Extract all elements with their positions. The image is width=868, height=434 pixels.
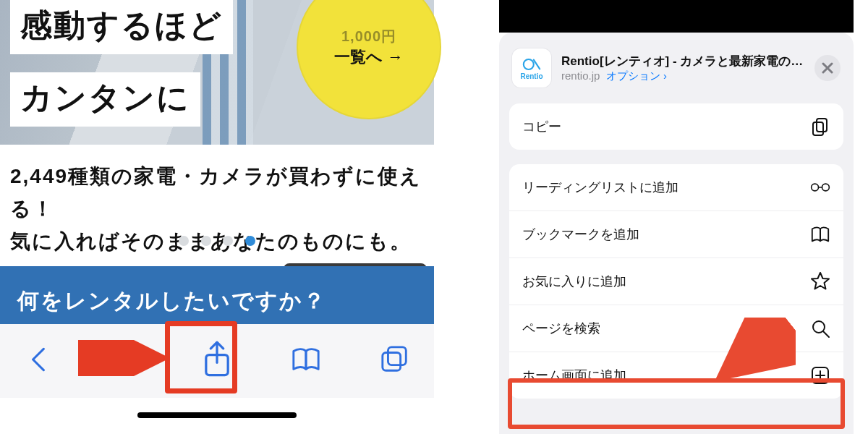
share-sheet-header: Rentio Rentio[レンティオ] - カメラと最新家電の… rentio… [499, 33, 854, 103]
search-icon [810, 318, 830, 339]
carousel-dot-active[interactable] [245, 236, 255, 246]
carousel-dot[interactable] [179, 236, 189, 246]
star-icon [810, 271, 830, 292]
close-icon [822, 62, 833, 74]
subheadline-line-1: 2,449種類の家電・カメラが買わずに使える！ [10, 161, 434, 226]
home-indicator[interactable] [137, 412, 297, 418]
svg-rect-2 [388, 347, 406, 365]
headline-line-2: カンタンに [10, 72, 200, 127]
share-domain: rentio.jp [561, 69, 600, 82]
svg-point-8 [812, 184, 819, 191]
close-button[interactable] [814, 55, 841, 81]
action-add-bookmark[interactable]: ブックマークを追加 [509, 210, 843, 258]
share-options-link[interactable]: オプション › [606, 69, 667, 82]
status-bar-stub [499, 0, 854, 33]
site-favicon: Rentio [512, 48, 551, 88]
svg-rect-7 [813, 122, 823, 135]
share-icon [198, 341, 236, 378]
safari-toolbar [0, 324, 434, 398]
search-prompt-text: 何をレンタルしたいですか？ [17, 289, 326, 312]
svg-marker-10 [812, 273, 829, 289]
share-button[interactable] [191, 341, 243, 381]
back-button[interactable] [13, 344, 65, 378]
bookmarks-button[interactable] [280, 344, 332, 378]
action-label: ページを検索 [522, 320, 600, 337]
svg-rect-3 [383, 352, 401, 370]
forward-button [102, 344, 154, 378]
action-label: ホーム画面に追加 [522, 367, 626, 384]
chevron-right-icon [113, 344, 143, 375]
action-label: ブックマークを追加 [522, 226, 639, 243]
action-add-to-home[interactable]: ホーム画面に追加 [509, 352, 843, 399]
tabs-icon [380, 344, 410, 375]
book-icon [810, 224, 830, 244]
svg-line-12 [823, 331, 829, 337]
plus-square-icon [810, 365, 830, 386]
action-label: コピー [522, 118, 561, 135]
site-favicon-label: Rentio [520, 72, 542, 80]
action-group-copy: コピー [509, 103, 843, 150]
action-group-main: リーディングリストに追加 ブックマークを追加 お気に入りに追加 ページを [509, 164, 843, 399]
share-subtitle[interactable]: rentio.jp オプション › [561, 69, 804, 83]
svg-point-5 [524, 59, 534, 69]
copy-icon [810, 116, 830, 137]
carousel-dots[interactable] [0, 236, 434, 249]
chevron-left-icon [24, 344, 54, 375]
promo-price: 1,000円 [341, 27, 396, 46]
book-icon [291, 344, 321, 375]
glasses-icon [810, 177, 830, 197]
svg-rect-6 [817, 119, 827, 132]
promo-link-label: 一覧へ → [334, 46, 403, 68]
action-label: お気に入りに追加 [522, 273, 626, 290]
svg-point-9 [822, 184, 829, 191]
search-prompt-banner[interactable]: 何をレンタルしたいですか？ [0, 266, 434, 324]
share-sheet: Rentio Rentio[レンティオ] - カメラと最新家電の… rentio… [499, 33, 854, 434]
tabs-button[interactable] [369, 344, 421, 378]
headline-line-1: 感動するほど [10, 0, 233, 54]
action-add-favorite[interactable]: お気に入りに追加 [509, 258, 843, 305]
carousel-dot[interactable] [201, 236, 211, 246]
carousel-dot[interactable] [223, 236, 233, 246]
action-find-on-page[interactable]: ページを検索 [509, 305, 843, 352]
action-reading-list[interactable]: リーディングリストに追加 [509, 164, 843, 210]
action-copy[interactable]: コピー [509, 103, 843, 150]
share-title: Rentio[レンティオ] - カメラと最新家電の… [561, 53, 804, 69]
action-label: リーディングリストに追加 [522, 179, 678, 196]
